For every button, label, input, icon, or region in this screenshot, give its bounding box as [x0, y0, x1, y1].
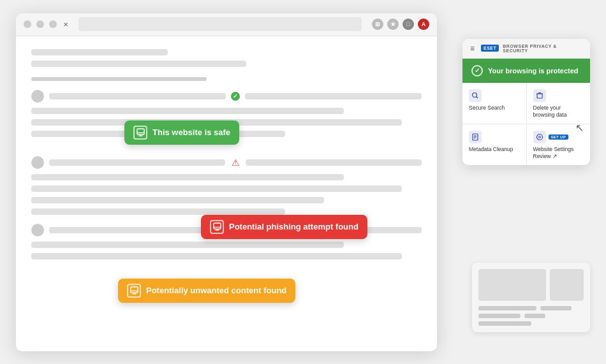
skeleton-line [245, 93, 422, 99]
warning-icon: ⚠ [230, 157, 240, 168]
eset-logo: ESET [481, 45, 499, 52]
check-badge: ✓ [231, 92, 240, 101]
delete-browsing-icon [533, 89, 546, 102]
safe-icon [133, 126, 147, 140]
widget-line-row [478, 314, 584, 318]
svg-rect-14 [537, 94, 542, 98]
tooltip-safe-label: This website is safe [152, 127, 230, 137]
eset-topbar: ≡ ESET BROWSER PRIVACY & SECURITY [462, 39, 590, 59]
scene: ✕ ⊞ ★ □ A [16, 13, 590, 351]
widget-img-large [478, 269, 546, 301]
row: ⚠ [31, 156, 422, 169]
svg-rect-0 [137, 129, 144, 135]
extension-icons: ⊞ ★ □ A [372, 18, 429, 30]
skeleton-line [31, 108, 344, 114]
unwanted-icon [127, 284, 141, 298]
protected-text: Your browsing is protected [488, 67, 579, 75]
svg-rect-4 [213, 223, 220, 229]
address-bar[interactable] [78, 17, 362, 31]
cursor-icon: ↖ [575, 122, 584, 134]
skeleton-line [31, 61, 246, 67]
secure-search-label: Secure Search [469, 105, 520, 112]
eset-protected-banner: ✓ Your browsing is protected [462, 59, 590, 83]
widget-image-row [478, 269, 584, 301]
row: ✓ [31, 90, 422, 103]
browser-titlebar: ✕ ⊞ ★ □ A [16, 13, 437, 36]
svg-point-21 [536, 134, 542, 140]
widget-line [540, 306, 572, 310]
widget-line [478, 314, 521, 318]
maximize-dot[interactable] [49, 20, 57, 28]
widget-lines [478, 306, 584, 326]
setup-badge: SET UP [549, 135, 568, 140]
widget-img-small [550, 269, 584, 301]
website-settings-icon [533, 131, 546, 143]
tooltip-phishing: Potential phishing attempt found [201, 215, 367, 239]
eset-panel: ≡ ESET BROWSER PRIVACY & SECURITY ✓ Your… [462, 39, 590, 165]
metadata-icon [469, 131, 482, 143]
metadata-label: Metadata Cleanup [469, 146, 520, 153]
svg-rect-8 [130, 287, 137, 293]
skeleton-line [31, 197, 324, 203]
minimize-dot[interactable] [36, 20, 44, 28]
eset-panel-title: BROWSER PRIVACY & SECURITY [503, 44, 582, 53]
skeleton-line [31, 208, 285, 215]
content-section-1 [31, 49, 422, 81]
extensions-icon[interactable]: □ [403, 18, 414, 30]
skeleton-line [49, 227, 226, 233]
check-circle-icon: ✓ [471, 65, 483, 76]
svg-point-12 [473, 92, 477, 97]
menu-icon[interactable]: ≡ [470, 44, 475, 53]
skeleton-line [49, 159, 225, 166]
eset-grid-item-metadata[interactable]: Metadata Cleanup [462, 124, 526, 165]
skeleton-line [31, 174, 344, 180]
tooltip-phishing-label: Potential phishing attempt found [229, 222, 358, 231]
eset-grid-item-delete-browsing[interactable]: Delete your browsing data [527, 83, 591, 124]
content-section-3: ⚠ [31, 156, 422, 215]
tooltip-safe: This website is safe [124, 120, 239, 145]
eset-grid: Secure Search Delete your browsing data [462, 83, 590, 165]
skeleton-line [49, 93, 226, 99]
side-widget [472, 263, 590, 332]
puzzle-icon[interactable]: ⊞ [372, 18, 383, 30]
close-x: ✕ [63, 21, 68, 28]
skeleton-line [31, 242, 344, 248]
secure-search-icon [469, 89, 482, 102]
avatar-circle [31, 224, 44, 237]
avatar-circle [31, 156, 44, 169]
browser-window: ✕ ⊞ ★ □ A [16, 13, 437, 351]
tooltip-unwanted-label: Potentially unwanted content found [146, 286, 286, 295]
skeleton-line [31, 186, 402, 192]
widget-line [478, 321, 531, 326]
star-icon[interactable]: ★ [387, 18, 399, 30]
delete-browsing-label: Delete your browsing data [533, 105, 584, 119]
close-dot[interactable] [24, 20, 31, 28]
widget-line [478, 306, 536, 310]
phishing-icon [210, 220, 224, 234]
eset-grid-item-secure-search[interactable]: Secure Search [462, 83, 526, 124]
widget-line-row [478, 306, 584, 310]
skeleton-line [31, 49, 168, 55]
widget-line [524, 314, 545, 318]
svg-line-13 [477, 96, 478, 98]
svg-point-22 [538, 136, 540, 138]
avatar-circle [31, 90, 44, 103]
tooltip-unwanted: Potentially unwanted content found [118, 279, 295, 303]
skeleton-line [31, 77, 207, 81]
browser-content: ✓ ⚠ [16, 36, 437, 351]
website-settings-label: Website Settings Review ↗ [533, 146, 584, 160]
profile-icon[interactable]: A [418, 18, 429, 30]
skeleton-line [246, 159, 422, 166]
skeleton-line [31, 253, 402, 259]
